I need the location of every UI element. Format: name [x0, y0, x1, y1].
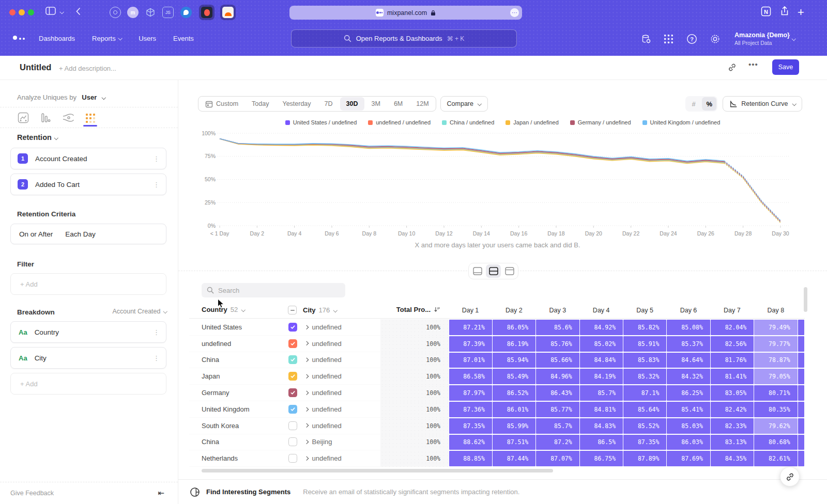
save-button[interactable]: Save — [772, 59, 799, 75]
retention-value-cell[interactable]: 84.64% — [667, 353, 710, 368]
country-cell[interactable]: Netherlands — [189, 450, 288, 467]
settings-gear-icon[interactable] — [710, 34, 721, 44]
retention-value-cell[interactable]: 86.25% — [667, 385, 710, 401]
day-header[interactable]: Day 8 — [754, 307, 798, 314]
retention-criteria-card[interactable]: On or After Each Day — [10, 224, 166, 244]
apps-grid-icon[interactable] — [664, 34, 673, 44]
retention-value-cell[interactable]: 85.91% — [623, 336, 666, 352]
retention-value-cell[interactable]: 87.1% — [623, 385, 666, 401]
retention-value-cell[interactable]: 79.62% — [754, 418, 797, 434]
retention-value-cell[interactable]: 85.7% — [536, 418, 579, 434]
traffic-light-close[interactable] — [9, 9, 16, 15]
retention-value-cell[interactable]: 79.05% — [754, 369, 797, 384]
retention-value-cell[interactable]: 87.21% — [449, 320, 492, 335]
share-icon[interactable] — [779, 6, 790, 17]
range-custom[interactable]: Custom — [199, 97, 244, 111]
notion-icon[interactable]: N — [761, 6, 771, 17]
retention-value-cell[interactable]: 86.43% — [536, 385, 579, 401]
retention-value-cell[interactable]: 80.71% — [754, 385, 797, 401]
retention-value-cell[interactable]: 87.69% — [667, 451, 710, 466]
tab-flows[interactable] — [62, 112, 74, 125]
tab-favicon-js[interactable]: JS — [162, 7, 174, 18]
legend-item[interactable]: Germany / undefined — [570, 119, 631, 125]
retention-value-cell[interactable]: 87.39% — [449, 336, 492, 352]
url-bar[interactable]: mixpanel.com ⋯ — [289, 6, 522, 20]
give-feedback-link[interactable]: Give Feedback — [10, 490, 54, 497]
find-segments-title[interactable]: Find Interesting Segments — [206, 488, 290, 496]
retention-value-cell[interactable]: 83.05% — [711, 385, 754, 401]
retention-value-cell[interactable]: 84.83% — [580, 418, 623, 434]
retention-value-cell[interactable]: 85.7% — [580, 385, 623, 401]
breakdown-card-country[interactable]: Aa Country ⋮ — [10, 321, 166, 343]
step-event-name[interactable]: Account Created — [35, 155, 87, 163]
sort-descending-icon[interactable] — [434, 306, 440, 313]
retention-value-cell[interactable]: 86.58% — [449, 369, 492, 384]
retention-section-header[interactable]: Retention — [17, 133, 57, 141]
day-header[interactable]: Day 2 — [492, 307, 535, 314]
expand-row-icon[interactable] — [304, 391, 309, 395]
retention-value-cell[interactable]: 85.94% — [493, 353, 535, 368]
retention-value-cell[interactable]: 79.49% — [754, 320, 797, 335]
breakdown-menu-icon[interactable]: ⋮ — [153, 354, 160, 362]
report-description-placeholder[interactable]: + Add description... — [59, 65, 116, 72]
layout-table-only-button[interactable] — [502, 264, 517, 278]
retention-value-cell[interactable]: 87.2% — [536, 435, 579, 450]
layout-chart-only-button[interactable] — [470, 264, 485, 278]
range-7d[interactable]: 7D — [318, 97, 339, 111]
tab-funnels[interactable] — [40, 112, 51, 125]
city-cell[interactable]: undefined — [288, 418, 380, 434]
report-title[interactable]: Untitled — [20, 62, 51, 72]
retention-value-cell[interactable]: 86.52% — [493, 385, 535, 401]
nav-link-events[interactable]: Events — [173, 35, 194, 42]
day-header[interactable]: Day 6 — [667, 307, 710, 314]
retention-line-chart[interactable]: 0%25%50%75%100%< 1 DayDay 2Day 4Day 6Day… — [196, 129, 799, 240]
retention-value-cell[interactable]: 84.32% — [667, 369, 710, 384]
city-column-header[interactable]: City 176 — [288, 306, 337, 314]
retention-value-cell[interactable]: 84.35% — [711, 451, 754, 466]
retention-value-cell[interactable]: 87.01% — [449, 353, 492, 368]
tab-favicon-target[interactable] — [110, 7, 121, 18]
country-cell[interactable]: China — [189, 434, 288, 451]
data-management-icon[interactable] — [640, 34, 652, 45]
copy-link-icon[interactable] — [728, 63, 737, 74]
retention-value-cell[interactable]: 86.19% — [493, 336, 535, 352]
row-checkbox-checked[interactable] — [288, 372, 297, 381]
day-header[interactable]: Day 5 — [623, 307, 667, 314]
expand-row-icon[interactable] — [304, 374, 309, 379]
retention-value-cell[interactable]: 87.44% — [493, 451, 535, 466]
day-header[interactable]: Day 4 — [579, 307, 623, 314]
retention-value-cell[interactable]: 80.35% — [754, 402, 797, 417]
traffic-light-zoom[interactable] — [28, 9, 34, 15]
new-tab-icon[interactable]: + — [798, 6, 804, 19]
tab-active-soundcloud[interactable] — [220, 5, 236, 20]
criteria-mode-select[interactable]: On or After — [19, 230, 53, 238]
global-search[interactable]: Open Reports & Dashboards ⌘ + K — [291, 29, 517, 48]
row-checkbox-checked[interactable] — [288, 355, 297, 364]
breakdown-card-city[interactable]: Aa City ⋮ — [10, 347, 166, 369]
range-6m[interactable]: 6M — [388, 97, 409, 111]
country-cell[interactable]: undefined — [189, 336, 288, 352]
day-header[interactable]: Day 1 — [449, 307, 492, 314]
step-event-name[interactable]: Added To Cart — [35, 181, 80, 188]
row-checkbox-checked[interactable] — [288, 388, 297, 397]
retention-value-cell[interactable]: 85.03% — [667, 418, 710, 434]
retention-value-cell[interactable]: 82.56% — [711, 336, 754, 352]
tab-retention-active[interactable] — [84, 112, 97, 127]
layout-split-button[interactable] — [486, 264, 501, 278]
retention-value-cell[interactable]: 87.07% — [536, 451, 579, 466]
retention-value-cell[interactable]: 86.03% — [667, 435, 710, 450]
total-column-header[interactable]: Total Pro... — [380, 306, 440, 313]
row-checkbox-checked[interactable] — [288, 405, 297, 414]
retention-value-cell[interactable]: 83.13% — [711, 435, 754, 450]
url-more-icon[interactable]: ⋯ — [510, 8, 519, 17]
retention-value-cell[interactable]: 88.85% — [449, 451, 492, 466]
day-header[interactable]: Day 3 — [536, 307, 579, 314]
retention-value-cell[interactable]: 87.36% — [449, 402, 492, 417]
unit-percent-button[interactable]: % — [702, 97, 716, 111]
traffic-light-minimize[interactable] — [19, 9, 25, 15]
retention-value-cell[interactable]: 82.04% — [711, 320, 754, 335]
row-checkbox-checked[interactable] — [288, 323, 297, 332]
country-cell[interactable]: Japan — [189, 368, 288, 385]
retention-value-cell[interactable]: 85.64% — [623, 402, 666, 417]
expand-row-icon[interactable] — [304, 407, 309, 411]
